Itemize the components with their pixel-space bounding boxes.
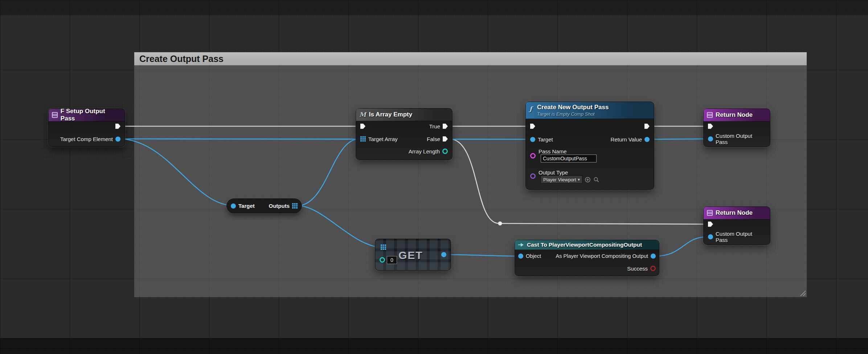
node-title: Is Array Empty: [369, 111, 412, 118]
cast-to-playerviewportcompositingoutput-node[interactable]: Cast To PlayerViewportCompositingOutput …: [515, 240, 659, 276]
exec-out-pin[interactable]: [115, 124, 120, 129]
wire-data-outputs-to-get[interactable]: [298, 206, 383, 247]
node-header[interactable]: Return Node: [704, 109, 770, 122]
is-array-empty-node[interactable]: M Is Array Empty True Target Array False…: [356, 108, 452, 160]
add-pin-icon[interactable]: [585, 177, 591, 183]
node-title: Return Node: [716, 111, 753, 119]
wire-data-outputs-to-targetarray[interactable]: [298, 139, 359, 206]
pin-label: Object: [526, 253, 541, 259]
search-icon[interactable]: [593, 177, 599, 183]
as-output-pin[interactable]: [651, 254, 656, 259]
dropdown-value: Player Viewport: [543, 177, 576, 182]
false-exec-pin[interactable]: [443, 136, 448, 142]
return-value-pin[interactable]: [644, 137, 650, 142]
object-in-pin[interactable]: [518, 254, 523, 259]
output-type-pin[interactable]: [530, 173, 536, 179]
get-outputs-node[interactable]: Target Outputs: [227, 199, 302, 213]
array-get-node[interactable]: GET 0: [375, 239, 451, 270]
setup-output-pass-node[interactable]: F Setup Output Pass Target Comp Element: [49, 109, 125, 147]
pin-label: False: [427, 136, 440, 142]
pin-label: As Player Viewport Compositing Output: [556, 253, 648, 259]
pin-label: Pass Name: [539, 148, 567, 155]
node-header[interactable]: M Is Array Empty: [356, 108, 452, 121]
pin-label: Target: [238, 203, 255, 209]
pin-label: True: [429, 123, 440, 129]
return-node-2[interactable]: Return Node Custom Output Pass: [704, 207, 770, 244]
pin-label: Custom Output Pass: [716, 133, 766, 145]
pass-name-input[interactable]: [541, 155, 597, 162]
get-title: GET: [398, 249, 423, 262]
node-title: Create New Output Pass: [537, 104, 609, 111]
pin-label: Return Value: [611, 136, 642, 143]
wire-data-cast-to-return2[interactable]: [655, 237, 707, 256]
target-array-pin[interactable]: [360, 136, 366, 142]
macro-icon: M: [359, 111, 366, 118]
wires-layer: [0, 0, 868, 354]
cast-icon: [518, 243, 524, 247]
array-length-pin[interactable]: [442, 149, 448, 154]
exec-in-pin[interactable]: [708, 124, 713, 129]
node-subtitle: Target is Empty Comp Shot: [537, 111, 594, 117]
wire-data-get-to-cast-object[interactable]: [446, 255, 518, 256]
pin-label: Outputs: [269, 203, 290, 209]
pin-label: Target: [538, 136, 553, 143]
pass-name-pin[interactable]: [530, 153, 536, 159]
target-comp-element-pin[interactable]: [115, 136, 120, 141]
exec-in-pin[interactable]: [360, 124, 365, 129]
node-header[interactable]: Cast To PlayerViewportCompositingOutput: [515, 240, 659, 250]
function-result-icon: [707, 210, 713, 216]
pin-label: Target Array: [368, 136, 398, 142]
node-title: F Setup Output Pass: [61, 108, 120, 122]
create-new-output-pass-node[interactable]: ƒ Create New Output Pass Target is Empty…: [526, 102, 654, 189]
custom-output-pass-pin[interactable]: [708, 234, 713, 239]
node-header[interactable]: ƒ Create New Output Pass Target is Empty…: [526, 102, 654, 119]
reroute-node[interactable]: [498, 222, 502, 226]
exec-in-pin[interactable]: [530, 124, 535, 129]
success-pin[interactable]: [650, 266, 656, 271]
output-type-dropdown[interactable]: Player Viewport: [541, 176, 582, 184]
target-in-pin[interactable]: [231, 203, 236, 209]
wire-exec-false-to-reroute[interactable]: [449, 139, 499, 223]
pin-label: Array Length: [409, 148, 440, 155]
pin-label: Output Type: [539, 169, 568, 176]
outputs-array-pin[interactable]: [292, 203, 298, 209]
viewport-bottom-shade: [0, 338, 868, 354]
exec-in-pin[interactable]: [708, 222, 713, 227]
wire-data-targetcompelement-to-create-target[interactable]: [122, 139, 529, 139]
wire-data-returnvalue-to-return1[interactable]: [651, 139, 707, 139]
node-header[interactable]: F Setup Output Pass: [49, 109, 125, 122]
target-in-pin[interactable]: [530, 137, 535, 142]
node-title: Cast To PlayerViewportCompositingOutput: [527, 242, 642, 248]
function-result-icon: [707, 112, 713, 118]
index-in-pin[interactable]: [380, 257, 385, 263]
array-in-pin[interactable]: [381, 244, 386, 250]
return-node-1[interactable]: Return Node Custom Output Pass: [704, 109, 770, 147]
function-icon: ƒ: [529, 105, 532, 112]
wire-data-targetcompelement-to-getoutputs[interactable]: [122, 139, 234, 206]
exec-out-pin[interactable]: [644, 124, 650, 129]
custom-output-pass-pin[interactable]: [708, 136, 713, 141]
element-out-pin[interactable]: [441, 252, 446, 257]
index-value-box[interactable]: 0: [387, 256, 397, 264]
wire-exec-reroute-to-return2[interactable]: [501, 223, 707, 224]
true-exec-pin[interactable]: [443, 124, 448, 129]
pin-label: Target Comp Element: [60, 136, 113, 142]
function-entry-icon: [52, 112, 58, 118]
node-title: Return Node: [716, 209, 753, 217]
node-header[interactable]: Return Node: [704, 207, 770, 219]
pin-label: Custom Output Pass: [716, 231, 766, 243]
pin-label: Success: [627, 266, 648, 272]
